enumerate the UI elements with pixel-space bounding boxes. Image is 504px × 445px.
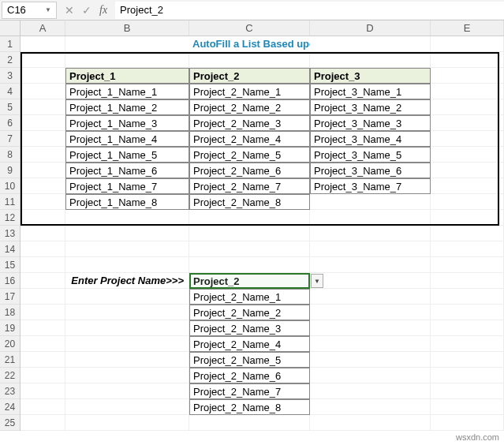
result-cell[interactable]: Project_2_Name_3: [189, 320, 310, 336]
cell[interactable]: [431, 336, 504, 352]
formula-input[interactable]: Project_2: [115, 2, 504, 19]
cell[interactable]: [431, 289, 504, 305]
table-cell[interactable]: Project_3_Name_7: [310, 178, 431, 194]
cell[interactable]: [310, 210, 431, 226]
row-header[interactable]: 4: [0, 84, 20, 99]
row-header[interactable]: 11: [0, 194, 20, 210]
cell[interactable]: [21, 36, 65, 52]
cell[interactable]: [310, 273, 431, 289]
row-header[interactable]: 5: [0, 99, 20, 115]
table-cell[interactable]: Project_3_Name_3: [310, 115, 431, 131]
cell[interactable]: [189, 52, 310, 68]
cell[interactable]: [431, 257, 504, 273]
cell[interactable]: [310, 336, 431, 352]
cell[interactable]: [310, 352, 431, 368]
cell[interactable]: [21, 336, 65, 352]
cell[interactable]: [431, 241, 504, 257]
cell[interactable]: [431, 305, 504, 320]
cell[interactable]: [21, 289, 65, 305]
cell[interactable]: [21, 131, 65, 147]
cell[interactable]: [431, 163, 504, 178]
cell[interactable]: [65, 289, 189, 305]
table-cell[interactable]: Project_2_Name_8: [189, 194, 310, 210]
row-header[interactable]: 17: [0, 289, 20, 305]
cell[interactable]: [189, 226, 310, 241]
cell[interactable]: [431, 178, 504, 194]
cell[interactable]: [431, 52, 504, 68]
result-cell[interactable]: Project_2_Name_6: [189, 368, 310, 383]
row-header[interactable]: 9: [0, 163, 20, 178]
table-header[interactable]: Project_2: [189, 68, 310, 84]
cell[interactable]: [65, 415, 189, 431]
cell[interactable]: [431, 147, 504, 163]
cell[interactable]: [21, 241, 65, 257]
page-title[interactable]: [65, 36, 189, 52]
cell[interactable]: [21, 210, 65, 226]
cell[interactable]: [21, 273, 65, 289]
col-header-B[interactable]: B: [65, 21, 189, 36]
cell[interactable]: [310, 320, 431, 336]
col-header-A[interactable]: A: [21, 21, 65, 36]
col-header-E[interactable]: E: [431, 21, 504, 36]
cell[interactable]: [310, 241, 431, 257]
result-cell[interactable]: Project_2_Name_5: [189, 352, 310, 368]
table-cell[interactable]: Project_1_Name_3: [65, 115, 189, 131]
cell[interactable]: [21, 226, 65, 241]
page-title-c[interactable]: AutoFill a List Based upon a Cell Value: [189, 36, 310, 52]
cell[interactable]: [310, 305, 431, 320]
row-header[interactable]: 1: [0, 36, 20, 52]
row-header[interactable]: 19: [0, 320, 20, 336]
cell[interactable]: [65, 257, 189, 273]
cancel-icon[interactable]: ✕: [65, 4, 74, 17]
table-header[interactable]: Project_1: [65, 68, 189, 84]
row-header[interactable]: 21: [0, 352, 20, 368]
col-header-C[interactable]: C: [189, 21, 310, 36]
table-cell[interactable]: Project_2_Name_6: [189, 163, 310, 178]
result-cell[interactable]: Project_2_Name_4: [189, 336, 310, 352]
cell[interactable]: [65, 52, 189, 68]
cell[interactable]: [310, 415, 431, 431]
cell[interactable]: [431, 415, 504, 431]
cell[interactable]: [310, 226, 431, 241]
cell[interactable]: [21, 257, 65, 273]
cell[interactable]: [431, 99, 504, 115]
row-header[interactable]: 10: [0, 178, 20, 194]
cell[interactable]: [431, 368, 504, 383]
row-header[interactable]: 25: [0, 415, 20, 431]
cell[interactable]: [431, 84, 504, 99]
table-cell[interactable]: Project_2_Name_2: [189, 99, 310, 115]
cell[interactable]: [65, 305, 189, 320]
cell[interactable]: [21, 305, 65, 320]
row-header[interactable]: 18: [0, 305, 20, 320]
result-cell[interactable]: Project_2_Name_1: [189, 289, 310, 305]
table-cell[interactable]: Project_1_Name_7: [65, 178, 189, 194]
row-header[interactable]: 7: [0, 131, 20, 147]
cell[interactable]: [431, 320, 504, 336]
table-cell[interactable]: Project_1_Name_5: [65, 147, 189, 163]
table-header[interactable]: Project_3: [310, 68, 431, 84]
project-dropdown[interactable]: Project_2: [189, 273, 310, 289]
cell[interactable]: [431, 383, 504, 399]
row-header[interactable]: 20: [0, 336, 20, 352]
cell[interactable]: [21, 147, 65, 163]
cell[interactable]: [189, 241, 310, 257]
table-cell[interactable]: Project_3_Name_4: [310, 131, 431, 147]
cell[interactable]: [21, 84, 65, 99]
cell[interactable]: [431, 352, 504, 368]
accept-icon[interactable]: ✓: [82, 4, 91, 17]
cell[interactable]: [21, 368, 65, 383]
table-cell[interactable]: Project_1_Name_6: [65, 163, 189, 178]
cell[interactable]: [189, 415, 310, 431]
table-cell[interactable]: Project_1_Name_2: [65, 99, 189, 115]
row-header[interactable]: 8: [0, 147, 20, 163]
result-cell[interactable]: Project_2_Name_7: [189, 383, 310, 399]
name-box[interactable]: C16 ▼: [2, 2, 57, 19]
cell[interactable]: [21, 115, 65, 131]
cell[interactable]: [21, 99, 65, 115]
cell[interactable]: [65, 320, 189, 336]
cell[interactable]: [310, 194, 431, 210]
page-title[interactable]: [310, 36, 431, 52]
fx-icon[interactable]: fx: [99, 4, 107, 17]
cell[interactable]: [21, 320, 65, 336]
row-header[interactable]: 3: [0, 68, 20, 84]
